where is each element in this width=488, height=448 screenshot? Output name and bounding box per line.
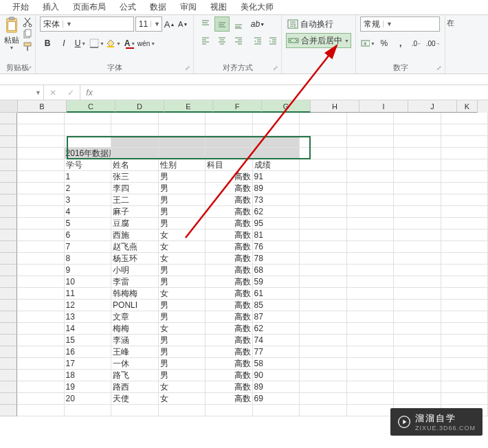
fx-icon[interactable]: fx <box>80 85 98 100</box>
cell[interactable]: 高数 <box>206 206 253 218</box>
cell[interactable] <box>253 405 300 416</box>
cell[interactable]: 李雷 <box>111 276 159 288</box>
cell[interactable]: 梅梅 <box>111 323 159 335</box>
cell[interactable]: 高数 <box>206 253 253 265</box>
accounting-format-button[interactable]: ¥▼ <box>360 36 375 51</box>
cell[interactable]: 李四 <box>111 183 159 194</box>
cell[interactable]: 男 <box>159 346 206 358</box>
tab-beautify[interactable]: 美化大师 <box>234 0 280 14</box>
cell[interactable]: 高数 <box>206 311 253 323</box>
cell[interactable]: 13 <box>65 311 112 323</box>
cell[interactable] <box>17 113 65 124</box>
cell[interactable] <box>300 136 347 148</box>
cell[interactable] <box>394 335 441 346</box>
cell[interactable]: 16 <box>65 346 112 358</box>
cell[interactable]: 韩梅梅 <box>111 288 159 300</box>
row-header[interactable] <box>0 405 17 416</box>
cell[interactable]: 王二 <box>111 194 159 206</box>
cell[interactable]: 85 <box>253 300 300 311</box>
cell[interactable] <box>111 113 159 124</box>
row-header[interactable] <box>0 335 17 346</box>
cell[interactable] <box>441 358 488 370</box>
cell[interactable]: 路西 <box>111 381 159 393</box>
cell[interactable] <box>347 288 395 300</box>
cell[interactable] <box>300 381 347 393</box>
cell[interactable] <box>347 405 395 416</box>
cell[interactable]: 高数 <box>206 171 253 183</box>
cell[interactable]: 61 <box>253 288 300 300</box>
col-H[interactable]: H <box>311 100 359 113</box>
cell[interactable] <box>441 124 488 136</box>
cell[interactable]: 高数 <box>206 276 253 288</box>
cell[interactable] <box>17 148 65 159</box>
cell[interactable] <box>394 171 441 183</box>
row-header[interactable] <box>0 194 17 206</box>
cell[interactable] <box>394 229 441 241</box>
cell[interactable] <box>394 358 441 370</box>
cell[interactable]: 14 <box>65 323 112 335</box>
cell[interactable] <box>111 124 159 136</box>
row-header[interactable] <box>0 148 17 159</box>
cell[interactable] <box>300 300 347 311</box>
row-header[interactable] <box>0 218 17 229</box>
cell[interactable]: 女 <box>159 288 206 300</box>
col-G[interactable]: G <box>262 100 311 113</box>
cell[interactable] <box>300 346 347 358</box>
row-header[interactable] <box>0 253 17 265</box>
cell[interactable] <box>17 370 65 381</box>
cell[interactable] <box>17 241 65 253</box>
cell[interactable] <box>441 206 488 218</box>
cell[interactable] <box>441 381 488 393</box>
cell[interactable]: 95 <box>253 218 300 229</box>
cell[interactable] <box>441 346 488 358</box>
row-header[interactable] <box>0 265 17 276</box>
cell[interactable]: 19 <box>65 381 112 393</box>
cell[interactable] <box>17 183 65 194</box>
cell[interactable] <box>441 218 488 229</box>
cell[interactable] <box>347 183 395 194</box>
copy-button[interactable] <box>22 29 33 40</box>
cell[interactable] <box>347 276 395 288</box>
cell[interactable]: 天使 <box>111 393 159 405</box>
cell[interactable] <box>159 113 206 124</box>
row-header[interactable] <box>0 358 17 370</box>
cell[interactable] <box>17 159 65 171</box>
cell[interactable] <box>347 300 395 311</box>
cell[interactable]: 男 <box>159 218 206 229</box>
col-I[interactable]: I <box>359 100 408 113</box>
cell[interactable] <box>394 206 441 218</box>
number-launcher[interactable]: ⤢ <box>435 64 443 72</box>
increase-font-button[interactable]: A▲ <box>164 16 176 32</box>
cell[interactable]: 高数 <box>206 346 253 358</box>
wrap-text-button[interactable]: 自动换行 <box>286 16 351 32</box>
col-F[interactable]: F <box>213 100 262 113</box>
increase-decimal-button[interactable]: .0← <box>410 36 425 51</box>
cell[interactable] <box>206 113 253 124</box>
col-B[interactable]: B <box>18 100 67 113</box>
cell[interactable]: 68 <box>253 265 300 276</box>
decrease-decimal-button[interactable]: .00→ <box>425 36 441 51</box>
cell[interactable]: 3 <box>65 194 112 206</box>
cell[interactable] <box>441 171 488 183</box>
underline-button[interactable]: U▼ <box>73 36 88 51</box>
cell[interactable] <box>394 148 441 159</box>
cell[interactable]: 69 <box>253 393 300 405</box>
cell[interactable] <box>394 276 441 288</box>
font-name-combo[interactable]: 宋体▼ <box>40 16 134 32</box>
cell[interactable]: 高数 <box>206 265 253 276</box>
cell[interactable] <box>300 194 347 206</box>
cell[interactable] <box>253 136 300 148</box>
row-header[interactable] <box>0 183 17 194</box>
cell[interactable] <box>347 381 395 393</box>
cell[interactable] <box>17 253 65 265</box>
cell[interactable]: 81 <box>253 229 300 241</box>
cell[interactable] <box>394 136 441 148</box>
cell[interactable] <box>300 124 347 136</box>
cell[interactable] <box>347 124 395 136</box>
cell[interactable]: 1 <box>65 171 112 183</box>
cell[interactable] <box>300 253 347 265</box>
cell[interactable]: 女 <box>159 241 206 253</box>
cell[interactable]: 高数 <box>206 393 253 405</box>
clipboard-launcher[interactable]: ⤢ <box>25 64 34 72</box>
row-header[interactable] <box>0 300 17 311</box>
